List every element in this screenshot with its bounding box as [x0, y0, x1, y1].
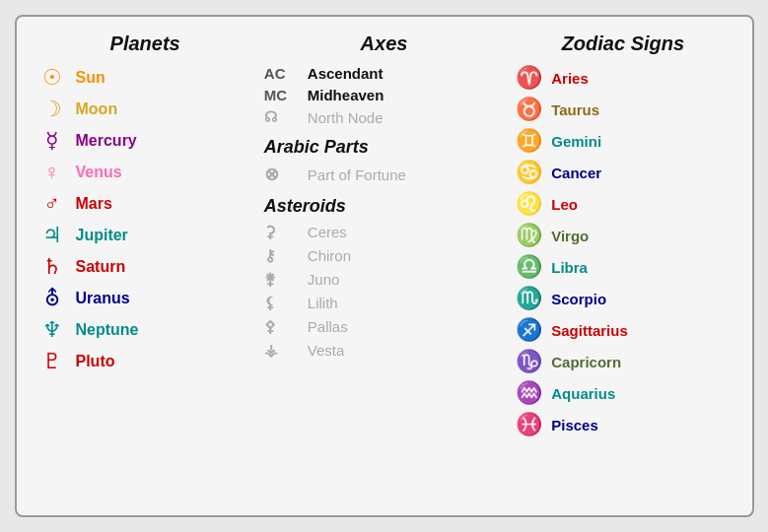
zodiac-row: ♑ Capricorn	[514, 349, 732, 374]
zodiac-symbol: ♎	[514, 254, 543, 280]
arabic-parts-header: Arabic Parts	[264, 137, 504, 158]
planet-symbol: ☿	[36, 128, 68, 154]
planet-symbol: ♀	[36, 160, 68, 185]
planet-label: Uranus	[76, 290, 130, 307]
asteroid-symbol: ⚷	[264, 246, 300, 265]
planet-label: Mars	[76, 195, 112, 213]
zodiac-label: Aries	[551, 70, 589, 87]
planet-row: ☉ Sun	[36, 65, 254, 91]
axis-label: North Node	[308, 109, 384, 126]
zodiac-symbol: ♊	[514, 128, 543, 154]
planet-row: ♇ Pluto	[36, 349, 254, 374]
zodiac-row: ♎ Libra	[514, 254, 732, 280]
zodiac-symbol: ♐	[514, 317, 543, 343]
zodiac-row: ♈ Aries	[514, 65, 732, 91]
zodiac-row: ♋ Cancer	[514, 160, 732, 185]
asteroid-row: ⚴ Pallas	[264, 317, 504, 336]
zodiac-row: ♏ Scorpio	[514, 286, 732, 311]
planet-symbol: ☽	[36, 97, 68, 122]
zodiac-symbol: ♈	[514, 65, 543, 91]
axis-symbol: MC	[264, 87, 300, 103]
planet-label: Neptune	[76, 321, 139, 339]
zodiac-label: Cancer	[551, 165, 601, 181]
planets-header: Planets	[36, 33, 254, 55]
asteroid-row: ⚳ Ceres	[264, 223, 504, 241]
zodiac-row: ♌ Leo	[514, 191, 732, 217]
planet-symbol: ♆	[36, 317, 68, 343]
asteroid-label: Pallas	[308, 318, 348, 335]
asteroid-symbol: ⚶	[264, 341, 300, 360]
zodiac-symbol: ♌	[514, 191, 543, 217]
asteroid-label: Chiron	[308, 247, 351, 264]
planet-row: ⛢ Uranus	[36, 286, 254, 311]
planet-symbol: ♄	[36, 254, 68, 280]
asteroid-symbol: ⚳	[264, 223, 300, 241]
asteroid-symbol: ⚵	[264, 270, 300, 289]
axes-column: Axes AC Ascendant MC Midheaven ☊ North N…	[254, 33, 514, 499]
zodiac-header: Zodiac Signs	[514, 33, 732, 55]
asteroid-label: Ceres	[308, 224, 347, 240]
zodiac-label: Capricorn	[551, 354, 621, 370]
asteroid-symbol: ⚸	[264, 294, 300, 312]
planet-label: Sun	[76, 69, 105, 87]
axis-row: MC Midheaven	[264, 87, 504, 103]
planet-symbol: ⛢	[36, 286, 68, 311]
planet-row: ♂ Mars	[36, 191, 254, 217]
zodiac-column: Zodiac Signs ♈ Aries ♉ Taurus ♊ Gemini ♋…	[514, 33, 732, 499]
planet-symbol: ♇	[36, 349, 68, 374]
zodiac-label: Libra	[551, 259, 588, 276]
asteroid-label: Vesta	[308, 342, 345, 359]
asteroid-row: ⚷ Chiron	[264, 246, 504, 265]
planet-label: Jupiter	[76, 227, 128, 244]
planet-label: Pluto	[76, 353, 115, 370]
zodiac-symbol: ♒	[514, 380, 543, 406]
planet-row: ☿ Mercury	[36, 128, 254, 154]
zodiac-row: ♓ Pisces	[514, 412, 732, 437]
zodiac-label: Scorpio	[551, 291, 606, 307]
arabic-symbol: ⊗	[264, 164, 300, 185]
planet-row: ☽ Moon	[36, 97, 254, 122]
zodiac-row: ♍ Virgo	[514, 223, 732, 248]
zodiac-row: ♊ Gemini	[514, 128, 732, 154]
zodiac-symbol: ♏	[514, 286, 543, 311]
planet-row: ♃ Jupiter	[36, 223, 254, 248]
zodiac-label: Virgo	[551, 228, 589, 244]
planet-symbol: ♂	[36, 191, 68, 217]
zodiac-symbol: ♍	[514, 223, 543, 248]
planet-row: ♄ Saturn	[36, 254, 254, 280]
axes-header: Axes	[264, 33, 504, 55]
zodiac-label: Taurus	[551, 101, 599, 118]
asteroid-label: Juno	[308, 271, 340, 288]
planet-label: Saturn	[76, 258, 126, 276]
zodiac-row: ♒ Aquarius	[514, 380, 732, 406]
planets-column: Planets ☉ Sun ☽ Moon ☿ Mercury ♀ Venus ♂…	[36, 33, 254, 499]
asteroid-row: ⚶ Vesta	[264, 341, 504, 360]
planet-symbol: ♃	[36, 223, 68, 248]
zodiac-symbol: ♉	[514, 97, 543, 122]
axis-symbol: AC	[264, 65, 300, 82]
planet-row: ♆ Neptune	[36, 317, 254, 343]
planet-label: Venus	[76, 164, 122, 181]
axis-row: AC Ascendant	[264, 65, 504, 82]
asteroid-row: ⚸ Lilith	[264, 294, 504, 312]
zodiac-label: Pisces	[551, 417, 598, 433]
axis-row: ☊ North Node	[264, 108, 504, 126]
zodiac-symbol: ♑	[514, 349, 543, 374]
asteroid-label: Lilith	[308, 295, 338, 311]
zodiac-row: ♉ Taurus	[514, 97, 732, 122]
zodiac-label: Aquarius	[551, 385, 615, 402]
zodiac-label: Leo	[551, 196, 578, 213]
planet-label: Moon	[76, 100, 118, 118]
planet-label: Mercury	[76, 132, 137, 150]
planet-symbol: ☉	[36, 65, 68, 91]
zodiac-row: ♐ Sagittarius	[514, 317, 732, 343]
zodiac-symbol: ♋	[514, 160, 543, 185]
arabic-label: Part of Fortune	[308, 166, 406, 183]
main-card: Planets ☉ Sun ☽ Moon ☿ Mercury ♀ Venus ♂…	[15, 15, 754, 517]
zodiac-label: Gemini	[551, 133, 601, 150]
asteroid-symbol: ⚴	[264, 317, 300, 336]
axis-label: Midheaven	[308, 87, 384, 103]
arabic-part-row: ⊗ Part of Fortune	[264, 164, 504, 185]
planet-row: ♀ Venus	[36, 160, 254, 185]
axis-label: Ascendant	[308, 65, 384, 82]
